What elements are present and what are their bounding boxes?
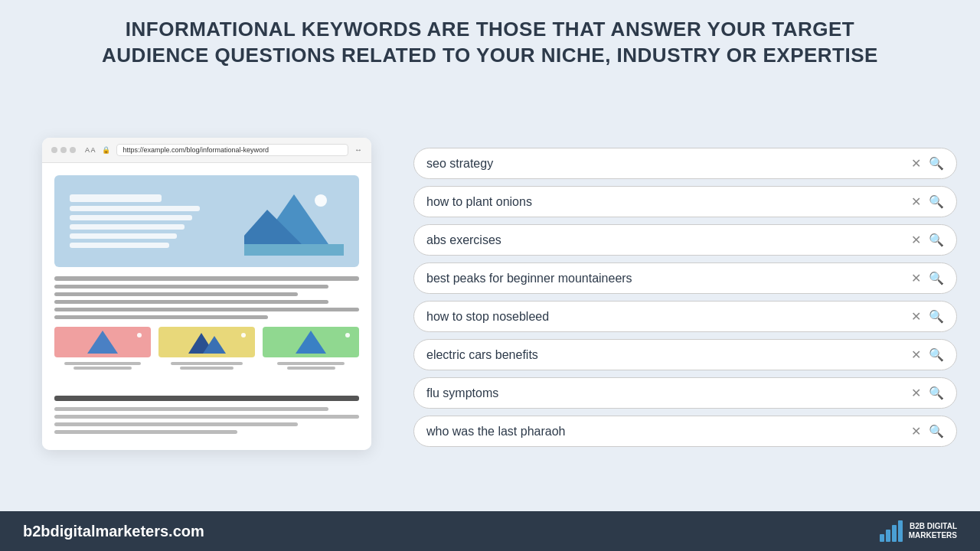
search-icon-2[interactable]: 🔍 — [929, 194, 944, 209]
bar-1 — [880, 534, 884, 542]
content-line — [54, 285, 328, 289]
content-line — [54, 407, 328, 411]
footer-domain: b2bdigitalmarketers.com — [23, 523, 204, 540]
thumb-dot — [241, 333, 246, 337]
thumb-dot — [137, 333, 142, 337]
browser-mockup: A A 🔒 https://example.com/blog/informati… — [42, 138, 371, 450]
dot-green — [70, 147, 76, 153]
search-item-6: electric cars benefits ✕ 🔍 — [413, 339, 957, 370]
clear-icon-8[interactable]: ✕ — [911, 424, 921, 439]
search-icon-5[interactable]: 🔍 — [929, 309, 944, 324]
search-text-8: who was the last pharaoh — [426, 425, 903, 439]
footer-logo-bars — [880, 520, 903, 542]
hero-mountain — [244, 187, 344, 256]
search-item-2: how to plant onions ✕ 🔍 — [413, 186, 957, 217]
clear-icon-2[interactable]: ✕ — [911, 194, 921, 209]
hero-title-line — [70, 194, 162, 202]
search-icon-3[interactable]: 🔍 — [929, 233, 944, 247]
content-line — [54, 292, 298, 296]
svg-marker-4 — [87, 331, 118, 354]
clear-icon-7[interactable]: ✕ — [911, 386, 921, 400]
lock-icon: 🔒 — [102, 146, 110, 154]
hero-text-line-4 — [70, 233, 177, 239]
content-line — [54, 300, 328, 304]
hero-image — [54, 175, 359, 267]
browser-aa: A A — [85, 146, 96, 154]
svg-rect-3 — [244, 244, 344, 256]
content-line — [54, 315, 268, 319]
search-text-5: how to stop nosebleed — [426, 310, 903, 324]
title-area: INFORMATIONAL KEYWORDS ARE THOSE THAT AN… — [0, 0, 980, 69]
search-item-4: best peaks for beginner mountaineers ✕ 🔍 — [413, 262, 957, 294]
browser-bar: A A 🔒 https://example.com/blog/informati… — [42, 138, 371, 163]
content-lines-1 — [54, 276, 359, 319]
footer: b2bdigitalmarketers.com B2B DIGITAL MARK… — [0, 511, 980, 551]
content-line — [54, 276, 359, 281]
hero-text-line-3 — [70, 224, 185, 230]
search-text-3: abs exercises — [426, 233, 903, 247]
clear-icon-3[interactable]: ✕ — [911, 233, 921, 247]
bar-3 — [892, 525, 897, 542]
clear-icon-4[interactable]: ✕ — [911, 271, 921, 285]
thumbnail-1 — [54, 327, 151, 357]
content-line — [54, 430, 237, 434]
svg-point-0 — [315, 194, 327, 207]
footer-logo: B2B DIGITAL MARKETERS — [880, 520, 957, 542]
thumbnail-2 — [158, 327, 255, 357]
search-icon-4[interactable]: 🔍 — [929, 271, 944, 285]
thumbnail-3 — [263, 327, 359, 357]
svg-marker-7 — [296, 331, 326, 354]
hero-text-lines — [70, 194, 200, 248]
search-item-1: seo strategy ✕ 🔍 — [413, 148, 957, 179]
main-content: A A 🔒 https://example.com/blog/informati… — [0, 69, 980, 511]
browser-dots — [51, 147, 76, 153]
thumb-mountain-3 — [292, 327, 330, 357]
search-text-2: how to plant onions — [426, 195, 903, 209]
right-panel: seo strategy ✕ 🔍 how to plant onions ✕ 🔍… — [413, 84, 957, 504]
content-line — [54, 415, 359, 419]
bottom-content-lines — [54, 407, 359, 434]
hero-text-line-2 — [70, 215, 192, 220]
thumb-mountain-2 — [188, 327, 226, 357]
search-text-7: flu symptoms — [426, 386, 903, 400]
hero-text-line-1 — [70, 206, 200, 211]
bar-4 — [898, 520, 903, 542]
footer-logo-text: B2B DIGITAL MARKETERS — [909, 522, 957, 540]
separator-bar-1 — [54, 396, 359, 401]
mountain-svg — [244, 187, 344, 256]
three-thumbnails — [54, 327, 359, 376]
hero-text-line-5 — [70, 243, 169, 248]
dot-red — [51, 147, 57, 153]
search-icon-7[interactable]: 🔍 — [929, 386, 944, 400]
url-bar: https://example.com/blog/informational-k… — [116, 144, 348, 156]
search-icon-1[interactable]: 🔍 — [929, 156, 944, 171]
clear-icon-5[interactable]: ✕ — [911, 309, 921, 324]
clear-icon-1[interactable]: ✕ — [911, 156, 921, 171]
browser-page-content — [42, 163, 371, 450]
search-text-1: seo strategy — [426, 157, 903, 171]
bar-2 — [886, 530, 890, 542]
content-line — [54, 308, 359, 311]
search-icon-8[interactable]: 🔍 — [929, 424, 944, 439]
clear-icon-6[interactable]: ✕ — [911, 347, 921, 362]
search-text-6: electric cars benefits — [426, 348, 903, 362]
thumb-dot — [345, 333, 350, 337]
content-line — [54, 422, 298, 426]
search-item-5: how to stop nosebleed ✕ 🔍 — [413, 301, 957, 332]
search-item-8: who was the last pharaoh ✕ 🔍 — [413, 416, 957, 447]
search-icon-6[interactable]: 🔍 — [929, 347, 944, 362]
nav-arrows: ↔ — [354, 145, 362, 154]
dot-yellow — [60, 147, 67, 153]
search-item-3: abs exercises ✕ 🔍 — [413, 224, 957, 256]
page-title: INFORMATIONAL KEYWORDS ARE THOSE THAT AN… — [31, 17, 949, 69]
search-item-7: flu symptoms ✕ 🔍 — [413, 377, 957, 409]
thumb-mountain-1 — [83, 327, 122, 357]
search-text-4: best peaks for beginner mountaineers — [426, 272, 903, 285]
left-panel: A A 🔒 https://example.com/blog/informati… — [23, 84, 390, 504]
